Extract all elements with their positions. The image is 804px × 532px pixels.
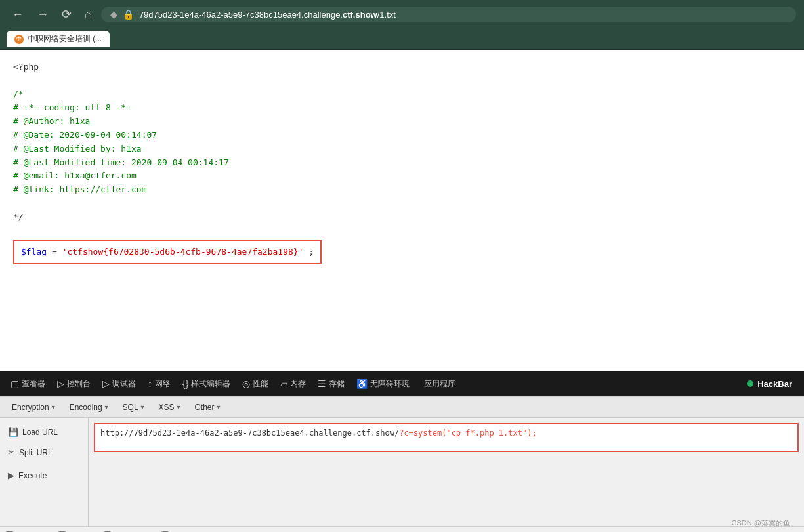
- encoding-chevron-icon: ▼: [104, 404, 110, 411]
- execute-button[interactable]: ▶ Execute: [0, 466, 88, 484]
- browser-toolbar: ← → ⟳ ⌂ ◆ 🔒 79d75d23-1e4a-46a2-a5e9-7c38…: [0, 0, 804, 29]
- devtool-console[interactable]: ▷ 控制台: [52, 376, 96, 392]
- shield-icon: ◆: [110, 9, 117, 20]
- accessibility-icon: ♿: [356, 379, 368, 389]
- devtool-storage[interactable]: ☰ 存储: [312, 376, 350, 392]
- style-editor-icon: {}: [182, 379, 188, 389]
- url-input-wrapper: http://79d75d23-1e4a-46a2-a5e9-7c38bc15e…: [94, 423, 799, 452]
- hackbar-footer: Post data Referer User Agent Cookies Cle…: [0, 526, 804, 532]
- devtool-network[interactable]: ↕ 网络: [142, 376, 176, 392]
- url-extra-area: [94, 456, 799, 521]
- code-line-1: <?php: [13, 60, 791, 74]
- other-chevron-icon: ▼: [215, 404, 221, 411]
- menu-other[interactable]: Other ▼: [189, 400, 226, 415]
- load-url-icon: 💾: [8, 427, 18, 437]
- tab-label: 中职网络安全培训 (...: [28, 33, 102, 45]
- forward-button[interactable]: →: [33, 5, 53, 24]
- xss-chevron-icon: ▼: [176, 404, 182, 411]
- csdn-watermark: CSDN @落寞的鱼、: [732, 518, 797, 528]
- split-url-button[interactable]: ✂ Split URL: [0, 443, 88, 461]
- code-line-2: /* # -*- coding: utf-8 -*- # @Author: h1…: [13, 88, 791, 197]
- hackbar-main: http://79d75d23-1e4a-46a2-a5e9-7c38bc15e…: [89, 418, 804, 526]
- url-red-part: ?c=system("cp f*.php 1.txt");: [399, 428, 537, 438]
- console-icon: ▷: [57, 379, 64, 389]
- code-line-10: */: [13, 211, 791, 224]
- home-button[interactable]: ⌂: [81, 5, 96, 24]
- hackbar-tab[interactable]: HackBar: [740, 377, 799, 392]
- sql-chevron-icon: ▼: [140, 404, 146, 411]
- performance-icon: ◎: [242, 379, 250, 389]
- split-url-icon: ✂: [8, 447, 15, 457]
- hackbar-menu: Encryption ▼ Encoding ▼ SQL ▼ XSS ▼ Othe…: [0, 397, 804, 418]
- memory-icon: ▱: [280, 379, 287, 389]
- encryption-chevron-icon: ▼: [51, 404, 56, 411]
- url-normal-part: http://79d75d23-1e4a-46a2-a5e9-7c38bc15e…: [100, 428, 399, 438]
- devtool-accessibility[interactable]: ♿ 无障碍环境: [351, 376, 415, 392]
- address-bar[interactable]: ◆ 🔒 79d75d23-1e4a-46a2-a5e9-7c38bc15eae4…: [101, 7, 796, 22]
- url-text: 79d75d23-1e4a-46a2-a5e9-7c38bc15eae4.cha…: [139, 10, 396, 20]
- back-button[interactable]: ←: [8, 5, 28, 24]
- hackbar-sidebar: 💾 Load URL ✂ Split URL ▶ Execute: [0, 418, 89, 526]
- devtool-app[interactable]: ⁢ 应用程序: [416, 376, 461, 392]
- lock-icon: 🔒: [123, 9, 134, 20]
- hackbar-body: 💾 Load URL ✂ Split URL ▶ Execute http://…: [0, 418, 804, 526]
- load-url-button[interactable]: 💾 Load URL: [0, 423, 88, 441]
- code-block: <?php /* # -*- coding: utf-8 -*- # @Auth…: [13, 60, 791, 264]
- menu-sql[interactable]: SQL ▼: [117, 400, 151, 415]
- devtools-bar: ▢ 查看器 ▷ 控制台 ▷ 调试器 ↕ 网络 {} 样式编辑器 ◎ 性能 ▱ 内…: [0, 371, 804, 396]
- main-content: <?php /* # -*- coding: utf-8 -*- # @Auth…: [0, 50, 804, 371]
- menu-encoding[interactable]: Encoding ▼: [64, 400, 115, 415]
- network-icon: ↕: [148, 379, 152, 389]
- devtool-debugger[interactable]: ▷ 调试器: [97, 376, 141, 392]
- devtool-style-editor[interactable]: {} 样式编辑器: [177, 376, 236, 392]
- inspector-icon: ▢: [11, 379, 19, 389]
- hackbar-dot-icon: [747, 380, 753, 387]
- devtool-performance[interactable]: ◎ 性能: [237, 376, 274, 392]
- reload-button[interactable]: ⟳: [58, 5, 75, 24]
- url-display-area: http://79d75d23-1e4a-46a2-a5e9-7c38bc15e…: [95, 424, 797, 451]
- menu-encryption[interactable]: Encryption ▼: [7, 400, 62, 415]
- devtool-memory[interactable]: ▱ 内存: [275, 376, 311, 392]
- devtool-inspector[interactable]: ▢ 查看器: [5, 376, 51, 392]
- tab-bar: 中 中职网络安全培训 (...: [0, 29, 804, 50]
- hackbar-label: HackBar: [757, 379, 792, 389]
- menu-xss[interactable]: XSS ▼: [154, 400, 187, 415]
- hackbar-panel: Encryption ▼ Encoding ▼ SQL ▼ XSS ▼ Othe…: [0, 396, 804, 532]
- execute-icon: ▶: [8, 470, 14, 480]
- debugger-icon: ▷: [102, 379, 110, 389]
- active-tab[interactable]: 中 中职网络安全培训 (...: [7, 31, 110, 47]
- storage-icon: ☰: [318, 379, 326, 389]
- tab-favicon: 中: [14, 35, 24, 44]
- flag-line: $flag = 'ctfshow{f6702830-5d6b-4cfb-9678…: [13, 240, 322, 264]
